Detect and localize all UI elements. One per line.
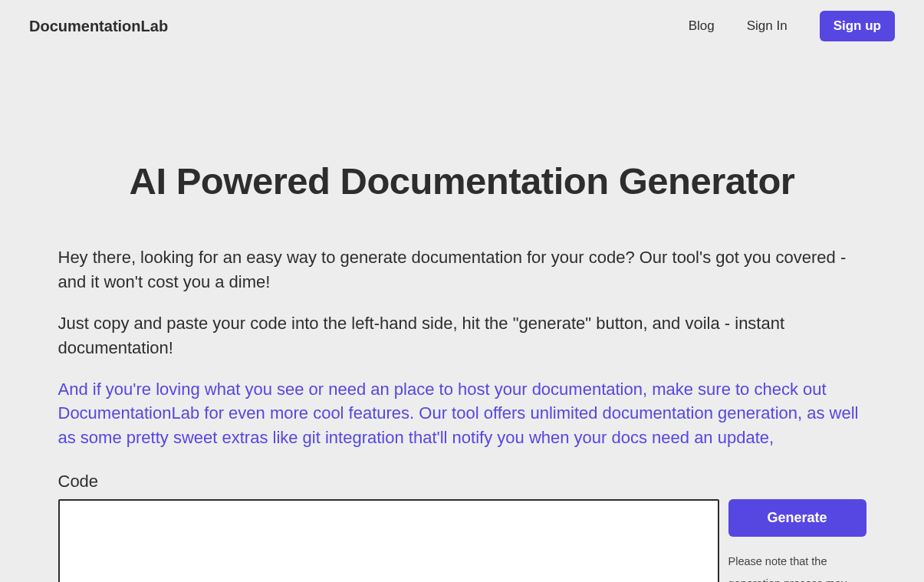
promo-link[interactable]: DocumentationLab [58, 403, 200, 423]
signup-button[interactable]: Sign up [820, 11, 895, 41]
page-title: AI Powered Documentation Generator [58, 159, 866, 202]
code-label: Code [58, 472, 866, 492]
promo-paragraph: And if you're loving what you see or nee… [58, 377, 866, 451]
header-nav: Blog Sign In Sign up [689, 11, 895, 41]
generate-button[interactable]: Generate [728, 499, 866, 537]
nav-signin-link[interactable]: Sign In [747, 18, 788, 34]
nav-blog-link[interactable]: Blog [689, 18, 715, 34]
intro-paragraph-2: Just copy and paste your code into the l… [58, 311, 866, 360]
promo-text-prefix: And if you're loving what you see or nee… [58, 380, 827, 399]
intro-paragraph-1: Hey there, looking for an easy way to ge… [58, 245, 866, 294]
logo[interactable]: DocumentationLab [29, 18, 168, 35]
generation-note: Please note that the generation process … [728, 551, 866, 582]
code-input[interactable] [58, 499, 719, 582]
